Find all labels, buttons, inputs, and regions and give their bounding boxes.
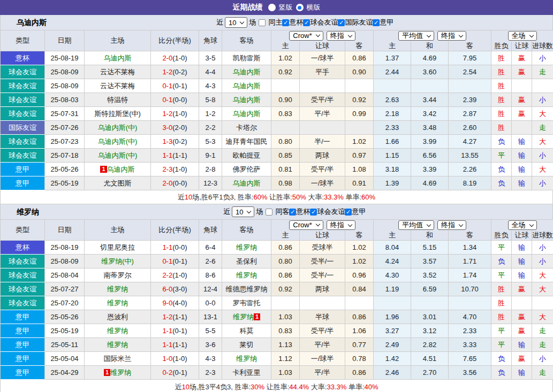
- handicap-line: 一/球半: [300, 176, 345, 190]
- team-link: 佛罗伦萨: [233, 165, 261, 173]
- team-name: 乌迪内斯: [17, 15, 47, 30]
- home-odds: 0.83: [271, 324, 300, 338]
- match-date: 25-07-27: [45, 282, 85, 296]
- same-home-label: 同主: [268, 18, 282, 27]
- match-type: 国际友谊: [1, 121, 45, 135]
- league-checkbox-club-friendly[interactable]: [303, 19, 310, 26]
- handicap-result: [512, 121, 532, 135]
- corner-score: 9-1: [199, 149, 222, 163]
- match-result: 负: [491, 135, 512, 149]
- match-date: 25-04-29: [45, 366, 85, 380]
- avg-home-odds: 8.04: [374, 241, 411, 255]
- col-type: 类型: [1, 30, 45, 51]
- odds-time-select[interactable]: 终指: [327, 220, 355, 230]
- horizontal-layout-radio[interactable]: [296, 4, 304, 11]
- away-team: 维罗纳: [222, 268, 271, 282]
- match-date: 25-08-09: [45, 79, 85, 93]
- away-team: 佛罗伦萨: [222, 163, 271, 176]
- fulltime-score: 1-2: [162, 313, 172, 321]
- handicap-result: 输: [512, 135, 532, 149]
- col-away-odds: 客: [345, 41, 374, 51]
- league-label: 球会友谊: [317, 207, 345, 217]
- match-type: 球会友谊: [1, 107, 45, 121]
- goals-result: 走: [532, 121, 553, 135]
- handicap-result: 赢: [512, 310, 532, 324]
- team-link: 罗韦雷托: [233, 299, 261, 307]
- home-odds: 0.92: [271, 65, 300, 79]
- home-odds: [271, 79, 300, 93]
- matches-table: 类型 日期 主场 比分(半场) 角球 客场 Crow*终指 平均值终指 全场 主…: [0, 30, 553, 190]
- avg-home-odds: 4.30: [374, 268, 411, 282]
- team-link: 乌迪内斯(中): [98, 124, 138, 132]
- league-checkbox-serie-a[interactable]: [345, 209, 352, 216]
- home-team: 南蒂罗尔: [85, 268, 151, 282]
- handicap-result: 输: [512, 255, 532, 268]
- vertical-layout-radio[interactable]: [268, 4, 276, 11]
- avg-time-select[interactable]: 终指: [437, 31, 466, 41]
- same-away-label: 同客: [275, 207, 289, 217]
- handicap-line: 受平/半: [300, 163, 345, 176]
- near-label: 近: [223, 207, 230, 217]
- match-count-select[interactable]: 10: [225, 17, 247, 28]
- home-team: 特温特: [85, 93, 151, 107]
- halftime-score: (2-0): [172, 124, 187, 132]
- same-home-checkbox[interactable]: [259, 19, 266, 26]
- col-avg-draw: 和: [411, 41, 449, 51]
- col-away: 客场: [222, 220, 271, 241]
- match-count-select[interactable]: 10: [232, 206, 254, 217]
- league-checkbox-club-friendly[interactable]: [310, 209, 317, 216]
- away-odds: 0.96: [345, 268, 374, 282]
- match-score: 6-0(3-0): [151, 282, 199, 296]
- match-row: 球会友谊25-08-03特温特0-1(0-0)5-8乌迪内斯0.90受平/半0.…: [1, 93, 553, 107]
- league-checkbox-coppa[interactable]: [282, 19, 289, 26]
- fulltime-score: 0-1: [162, 257, 172, 265]
- stats-summary: 近10场,胜3平4负3, 胜率:30% 让胜率:44.4% 大率:33.3% 单…: [0, 380, 553, 392]
- summary-text: 场,胜3平4负3, 胜率:: [190, 383, 251, 391]
- league-checkbox-coppa[interactable]: [289, 209, 296, 216]
- league-label: 国际友谊: [345, 18, 373, 27]
- scope-select[interactable]: 全场: [508, 31, 537, 41]
- avg-time-select[interactable]: 终指: [437, 220, 466, 230]
- odds-provider-select[interactable]: Crow*: [289, 31, 323, 41]
- away-team: 乌迪内斯: [222, 176, 271, 190]
- team-link: 维罗纳: [107, 327, 128, 335]
- fulltime-score: 2-2: [162, 271, 172, 279]
- col-home-odds: 主: [271, 41, 300, 51]
- goals-result: 大: [532, 310, 553, 324]
- match-type: 球会友谊: [1, 282, 45, 296]
- home-team: 乌迪内斯(中): [85, 149, 151, 163]
- unit-label: 场: [256, 207, 263, 217]
- avg-home-odds: [374, 79, 411, 93]
- avg-away-odds: 3.56: [449, 366, 491, 380]
- avg-provider-select[interactable]: 平均值: [398, 31, 434, 41]
- match-type: 球会友谊: [1, 65, 45, 79]
- league-checkbox-intl-friendly[interactable]: [338, 19, 345, 26]
- corner-score: 13-1: [199, 310, 222, 324]
- avg-home-odds: 1.66: [374, 135, 411, 149]
- odds-time-select[interactable]: 终指: [327, 31, 355, 41]
- away-odds: 0.86: [345, 366, 374, 380]
- goals-result: 大: [532, 163, 553, 176]
- same-away-checkbox[interactable]: [266, 209, 272, 216]
- avg-provider-select[interactable]: 平均值: [398, 220, 434, 230]
- corner-score: 5-5: [199, 324, 222, 338]
- odds-provider-select[interactable]: Crow*: [289, 220, 323, 230]
- home-odds: 0.80: [271, 135, 300, 149]
- scope-select[interactable]: 全场: [508, 220, 537, 230]
- handicap-line: [300, 121, 345, 135]
- league-checkbox-serie-a[interactable]: [373, 19, 380, 26]
- match-result: 胜: [491, 79, 512, 93]
- summary-text: 让胜率:: [264, 383, 289, 391]
- handicap-line: 平/半: [300, 366, 345, 380]
- handicap-result: 输: [512, 176, 532, 190]
- handicap-line: 受半/一: [300, 255, 345, 268]
- team-link: 维罗纳: [236, 355, 257, 363]
- col-avg-away: 客: [449, 41, 491, 51]
- match-result: 平: [491, 149, 512, 163]
- team-link: 乌迪内斯: [233, 110, 261, 118]
- team-link: 乌迪内斯(中): [98, 151, 138, 159]
- home-team: 云达不莱梅: [85, 65, 151, 79]
- away-team: 科莫: [222, 324, 271, 338]
- fulltime-score: 1-1: [162, 243, 172, 251]
- avg-away-odds: 2.33: [449, 324, 491, 338]
